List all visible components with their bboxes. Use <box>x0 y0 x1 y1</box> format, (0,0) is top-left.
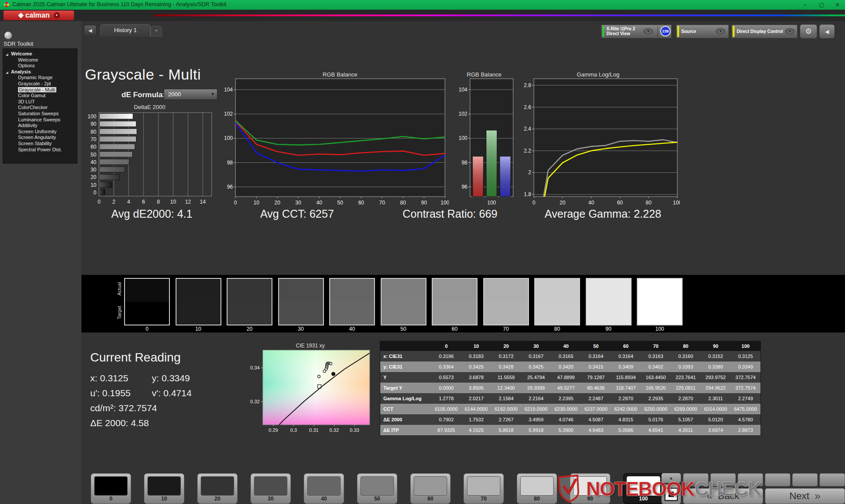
table-cell: 2.2395 <box>551 393 581 404</box>
sidebar-item-grayscale-2pt[interactable]: Grayscale - 2pt <box>3 81 77 87</box>
close-icon[interactable]: ✕ <box>831 0 844 10</box>
table-cell: 2.0217 <box>461 393 491 404</box>
svg-text:2.4: 2.4 <box>524 126 531 132</box>
table-cell: 0.3415 <box>581 362 611 372</box>
pattern-level-button-10[interactable]: 10 <box>144 473 184 504</box>
table-cell: 0.3183 <box>461 351 491 362</box>
table-row-label: Target Y <box>380 383 431 393</box>
pattern-level-button-0[interactable]: 0 <box>91 473 131 504</box>
sidebar-item-spectral-power-dist-[interactable]: Spectral Power Dist. <box>3 147 77 153</box>
sidebar-item-grayscale-multi[interactable]: Grayscale - Multi <box>3 87 77 93</box>
toolbar-icon-button-3[interactable] <box>738 473 763 486</box>
sidebar-item-welcome[interactable]: Welcome <box>3 57 77 63</box>
sidebar-item-screen-angularity[interactable]: Screen Angularity <box>3 135 77 141</box>
pattern-level-button-50[interactable]: 50 <box>357 473 397 504</box>
meter-count-badge[interactable]: 239 <box>660 26 671 37</box>
toolbar-icon-button-1[interactable] <box>683 473 709 486</box>
next-chevron-icon: » <box>815 490 820 502</box>
pattern-level-button-100[interactable]: 100 <box>623 473 664 504</box>
sidebar-item-color-gamut[interactable]: Color Gamut <box>3 93 77 99</box>
rgb-bar-b <box>500 157 511 197</box>
table-cell: 2.2164 <box>521 393 551 404</box>
deltae-bar-50 <box>99 151 132 157</box>
table-cell: 0.3393 <box>671 362 701 372</box>
table-cell: 0.3349 <box>731 362 760 372</box>
table-cell: 6192.0000 <box>491 404 521 414</box>
pattern-swatch <box>307 476 341 496</box>
sidebar-title: SDR Toolkit <box>4 40 33 47</box>
pattern-level-button-80[interactable]: 80 <box>517 473 557 504</box>
pattern-level-button-60[interactable]: 60 <box>410 473 451 504</box>
calman-logo[interactable]: ❖calman ▾ <box>4 11 74 20</box>
svg-text:40: 40 <box>91 159 97 165</box>
tab-scroll-left-button[interactable]: ◀ <box>84 26 96 35</box>
svg-text:0: 0 <box>533 200 536 206</box>
sidebar-item-welcome[interactable]: ◢Welcome <box>3 51 77 57</box>
svg-text:90: 90 <box>91 121 97 127</box>
table-cell: 0.3364 <box>431 362 461 372</box>
pattern-level-button-70[interactable]: 70 <box>463 473 504 504</box>
table-cell: 0.3402 <box>641 362 671 372</box>
pattern-level-button-40[interactable]: 40 <box>304 473 344 504</box>
table-cell: 5.8618 <box>491 425 521 435</box>
table-cell: 2.2870 <box>611 393 641 404</box>
sidebar-item-dynamic-range[interactable]: Dynamic Range <box>3 75 77 81</box>
sidebar-item-additivity[interactable]: Additivity <box>3 123 77 129</box>
sidebar-item-options[interactable]: Options <box>3 63 77 69</box>
toolbar-icon-button-4[interactable] <box>765 473 790 486</box>
svg-text:8: 8 <box>157 199 160 205</box>
svg-text:0: 0 <box>234 200 237 206</box>
table-cell: 2.1584 <box>491 393 521 404</box>
sidebar-item-saturation-sweeps[interactable]: Saturation Sweeps <box>3 111 77 117</box>
toolbar-icon-button-5[interactable] <box>792 473 818 486</box>
chevron-down-icon[interactable]: ▼ <box>785 28 795 35</box>
sidebar-item-screen-stability[interactable]: Screen Stability <box>3 141 77 147</box>
meter-dropdown[interactable]: X-Rite i1Pro 2Direct View ▼ 239 <box>601 25 672 38</box>
pattern-swatch <box>94 476 128 496</box>
table-cell: 12.3400 <box>491 383 521 393</box>
table-header-40: 40 <box>551 341 581 351</box>
source-dropdown[interactable]: Source ▼ <box>676 25 729 38</box>
collapse-panel-button[interactable]: ◀ <box>819 25 834 38</box>
sidebar-item-screen-uniformity[interactable]: Screen Uniformity <box>3 129 77 135</box>
sidebar-item-luminance-sweeps[interactable]: Luminance Sweeps <box>3 117 77 123</box>
table-cell: 372.7574 <box>731 372 760 383</box>
maximize-icon[interactable]: ▢ <box>815 0 828 10</box>
tab-history-1[interactable]: History 1 <box>100 24 151 37</box>
sidebar-sphere-button[interactable] <box>4 32 12 39</box>
table-cell: 47.8899 <box>551 372 581 383</box>
add-tab-button[interactable]: + <box>151 26 162 37</box>
pattern-level-button-20[interactable]: 20 <box>197 473 238 504</box>
toolbar-icon-button-6[interactable] <box>819 473 845 486</box>
pattern-level-button-90[interactable]: 90 <box>570 473 610 504</box>
table-cell: 5.0176 <box>641 414 671 425</box>
grayscale-swatch-80 <box>534 278 580 325</box>
table-cell: 3.4959 <box>521 414 551 425</box>
toolbar-icon-button-2[interactable] <box>710 473 736 486</box>
pattern-panel-up-button[interactable]: ▲ <box>661 473 681 483</box>
de-formula-select[interactable]: 2000 ▼ <box>164 89 217 100</box>
tree-expander-icon[interactable]: ◢ <box>6 51 8 58</box>
pattern-level-button-30[interactable]: 30 <box>250 473 291 504</box>
back-button[interactable]: « Back <box>683 488 763 504</box>
chevron-down-icon[interactable]: ▼ <box>716 28 725 35</box>
logo-menu-chevron-icon[interactable]: ▾ <box>54 12 60 18</box>
chevron-down-icon[interactable]: ▼ <box>643 28 653 35</box>
avg-de2000-stat: Avg dE2000: 4.1 <box>84 208 220 220</box>
sidebar-item-analysis[interactable]: ◢Analysis <box>3 69 77 75</box>
sidebar-item-3d-lut[interactable]: 3D LUT <box>3 99 77 105</box>
settings-button[interactable]: ⚙ <box>800 25 817 38</box>
table-cell: 4.2011 <box>671 425 701 435</box>
next-button[interactable]: Next » <box>765 488 845 504</box>
tree-expander-icon[interactable]: ◢ <box>6 69 8 76</box>
swatch-level-label: 30 <box>278 326 324 332</box>
deltae-bar-30 <box>99 167 125 172</box>
display-control-dropdown[interactable]: Direct Display Control ▼ <box>731 25 797 38</box>
pattern-window-button[interactable] <box>661 485 681 504</box>
pattern-swatch <box>254 476 287 496</box>
measured-point <box>323 370 326 373</box>
minimize-icon[interactable]: – <box>798 0 812 10</box>
sidebar-item-colorchecker[interactable]: ColorChecker <box>3 105 77 111</box>
table-cell: 6269.0000 <box>671 404 701 414</box>
svg-text:104: 104 <box>224 87 233 93</box>
